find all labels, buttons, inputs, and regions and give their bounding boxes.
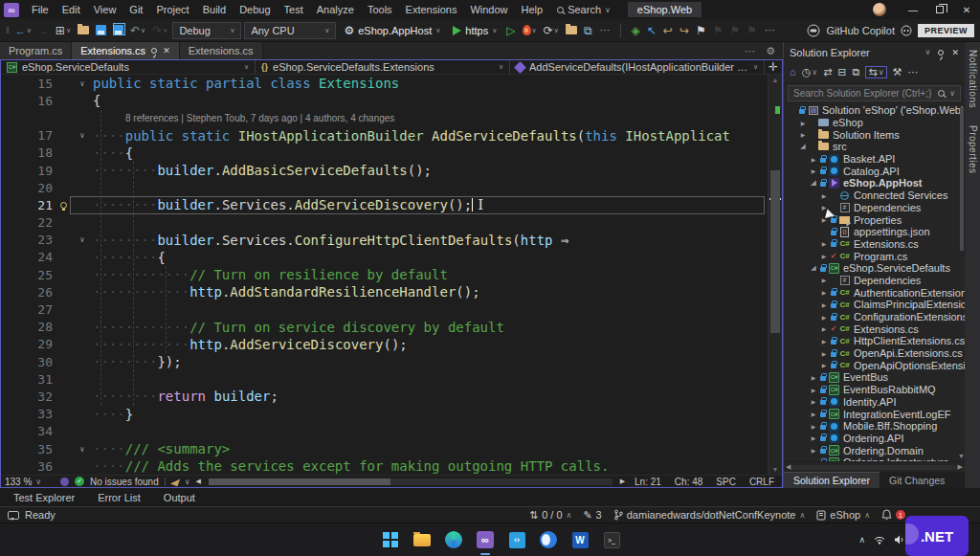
line-number[interactable]: 24 bbox=[1, 250, 56, 264]
line-number[interactable]: 18 bbox=[1, 145, 56, 160]
side-tab-properties[interactable]: Properties bbox=[968, 125, 978, 174]
redo-icon[interactable]: ↷∨ bbox=[150, 24, 169, 37]
expand-icon[interactable]: ▶ bbox=[809, 387, 818, 393]
tree-item[interactable]: ▶C#EventBus bbox=[784, 371, 965, 384]
expand-icon[interactable]: ▶ bbox=[819, 289, 829, 296]
tree-item[interactable]: ▶Basket.API bbox=[784, 153, 965, 166]
line-number[interactable]: 26 bbox=[1, 285, 56, 300]
tree-item[interactable]: ▶#Dependencies bbox=[784, 275, 965, 287]
code-line[interactable]: 20 bbox=[1, 179, 768, 196]
expand-icon[interactable]: ▶ bbox=[819, 325, 829, 332]
expand-icon[interactable]: ▶ bbox=[819, 240, 829, 247]
expand-icon[interactable]: ▶ bbox=[819, 362, 829, 368]
tree-item[interactable]: ▶Properties bbox=[784, 213, 965, 226]
close-icon[interactable]: ✕ bbox=[951, 48, 959, 57]
close-icon[interactable]: ✕ bbox=[163, 46, 170, 56]
scroll-down-icon[interactable]: ▼ bbox=[768, 466, 782, 473]
tab-program-cs[interactable]: Program.cs bbox=[0, 42, 72, 59]
line-number[interactable]: 19 bbox=[1, 164, 56, 178]
chevron-down-icon[interactable]: ∨ bbox=[925, 48, 931, 56]
tree-item[interactable]: Solution 'eShop' ('eShop.Web' - 22 of 25… bbox=[784, 104, 965, 117]
scroll-left-icon[interactable]: ◀ bbox=[196, 478, 201, 485]
breadcrumb-segment[interactable]: AddServiceDefaults(IHostApplicationBuild… bbox=[510, 60, 765, 74]
tool-tab-solution-explorer[interactable]: Solution Explorer bbox=[784, 472, 880, 488]
menu-file[interactable]: File bbox=[25, 1, 56, 18]
panel-tab-error-list[interactable]: Error List bbox=[88, 490, 150, 505]
solution-configurations-dropdown[interactable]: Debug∨ bbox=[172, 22, 241, 39]
wifi-icon[interactable] bbox=[874, 535, 885, 545]
preview-changes-icon[interactable]: ⧉ bbox=[582, 24, 594, 37]
menu-view[interactable]: View bbox=[87, 1, 123, 18]
code-line[interactable]: 28············// Turn on service discove… bbox=[1, 319, 768, 336]
menu-edit[interactable]: Edit bbox=[56, 1, 87, 18]
chevron-down-icon[interactable]: ∨ bbox=[185, 478, 190, 486]
code-line[interactable]: 19········builder.AddBasicServiceDefault… bbox=[1, 162, 768, 179]
restore-button[interactable] bbox=[926, 0, 953, 19]
menu-help[interactable]: Help bbox=[515, 1, 550, 18]
tree-item[interactable]: ▶C#OpenApiOptionsExtensions.cs bbox=[784, 359, 965, 371]
restart-application-icon[interactable]: ⟳∨ bbox=[542, 24, 561, 37]
tree-item[interactable]: ▶C#HttpClientExtensions.cs bbox=[784, 335, 965, 347]
breadcrumb-segment[interactable]: {}eShop.ServiceDefaults.Extensions∨ bbox=[256, 60, 510, 74]
gear-icon[interactable]: ⚙ bbox=[766, 45, 775, 57]
line-number[interactable]: 15 bbox=[1, 77, 56, 91]
line-number[interactable]: 31 bbox=[1, 372, 56, 387]
indent-mode-indicator[interactable]: SPC bbox=[712, 477, 740, 487]
expand-icon[interactable]: ▶ bbox=[798, 131, 808, 138]
code-line[interactable]: 34 bbox=[1, 423, 768, 440]
tree-item[interactable]: ◢src bbox=[784, 141, 965, 153]
tab-overflow-icon[interactable]: ⋯ bbox=[742, 45, 758, 57]
tree-item[interactable]: ▶#Dependencies bbox=[784, 202, 965, 214]
expand-icon[interactable]: ▶ bbox=[809, 459, 818, 461]
line-number[interactable]: 33 bbox=[1, 407, 56, 421]
tree-item[interactable]: ▶C#IntegrationEventLogEF bbox=[784, 408, 965, 420]
user-avatar[interactable] bbox=[873, 3, 886, 16]
close-button[interactable]: ✕ bbox=[953, 0, 980, 19]
pin-icon[interactable] bbox=[151, 48, 157, 54]
menu-project[interactable]: Project bbox=[149, 1, 195, 18]
search-button[interactable]: Search ∨ bbox=[549, 2, 618, 17]
git-sync-status[interactable]: ⇅0 / 0∧ bbox=[529, 509, 571, 522]
terminal-taskbar-icon[interactable]: >_ bbox=[600, 528, 623, 551]
line-number[interactable]: 30 bbox=[1, 355, 56, 369]
expand-icon[interactable]: ▶ bbox=[798, 120, 808, 126]
code-line[interactable]: 27 bbox=[1, 300, 768, 318]
run-code-analysis-icon[interactable]: ◈ bbox=[629, 24, 641, 37]
tool-tab-git-changes[interactable]: Git Changes bbox=[880, 472, 954, 488]
github-copilot-icon[interactable] bbox=[807, 24, 820, 37]
scroll-right-icon[interactable]: ▶ bbox=[958, 463, 963, 471]
line-number[interactable]: 29 bbox=[1, 337, 56, 351]
collapse-all-icon[interactable]: ⊟ bbox=[837, 67, 846, 78]
sync-with-active-document-icon[interactable]: ⇆∨ bbox=[865, 66, 886, 78]
expand-icon[interactable]: ▶ bbox=[819, 301, 829, 308]
expand-icon[interactable]: ▶ bbox=[809, 423, 818, 430]
collapse-icon[interactable]: ◢ bbox=[809, 264, 818, 272]
start-without-debugging-icon[interactable]: ▷ bbox=[504, 24, 517, 37]
intellicode-icon[interactable] bbox=[60, 478, 69, 486]
codelens-row[interactable]: 8 references | Stephen Toub, 7 days ago … bbox=[1, 109, 768, 126]
line-number[interactable]: 28 bbox=[1, 320, 56, 334]
menu-extensions[interactable]: Extensions bbox=[399, 1, 464, 18]
line-number[interactable]: 25 bbox=[1, 268, 56, 282]
tree-item[interactable]: ◢eShop.AppHost bbox=[784, 177, 965, 189]
tree-item[interactable]: ▶eShop bbox=[784, 117, 965, 129]
minimize-button[interactable]: — bbox=[900, 0, 926, 19]
pointer-mode-icon[interactable]: ↖ bbox=[645, 24, 658, 37]
properties-wrench-icon[interactable]: ⚒ bbox=[893, 67, 902, 78]
code-line[interactable]: 32········return builder; bbox=[1, 388, 768, 405]
toggle-bookmark-icon[interactable]: ⚑ bbox=[694, 24, 708, 37]
tree-horizontal-scrollbar[interactable]: ◀ ▶ bbox=[784, 461, 965, 472]
open-file-icon[interactable] bbox=[76, 25, 91, 35]
line-number[interactable]: 16 bbox=[1, 94, 56, 108]
tree-item[interactable]: ▶✓C#Extensions.cs bbox=[784, 322, 965, 335]
fold-margin[interactable]: ∨ bbox=[72, 79, 93, 88]
tree-item[interactable]: ◢C#eShop.ServiceDefaults bbox=[784, 262, 965, 275]
code-line[interactable]: 33····} bbox=[1, 406, 768, 423]
scroll-right-icon[interactable]: ▶ bbox=[620, 478, 625, 485]
more-options-icon[interactable]: ⋯ bbox=[907, 67, 918, 78]
code-line[interactable]: 30········}); bbox=[1, 353, 768, 370]
edge-taskbar-icon[interactable] bbox=[442, 528, 465, 551]
code-line[interactable]: 29············http.AddServiceDiscovery()… bbox=[1, 336, 768, 353]
save-icon[interactable] bbox=[94, 24, 108, 36]
tree-item[interactable]: ▶✓C#Program.cs bbox=[784, 250, 965, 262]
